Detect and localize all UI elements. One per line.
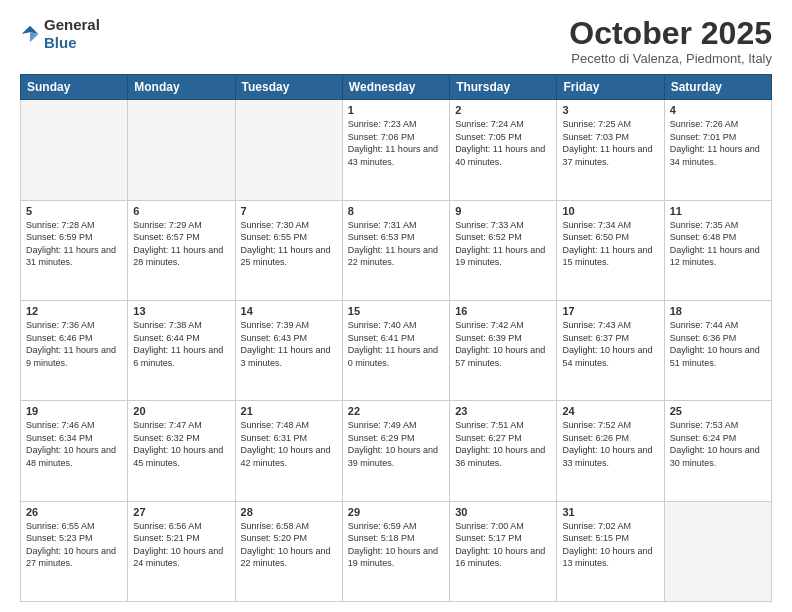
day-number: 2 [455, 104, 551, 116]
col-wednesday: Wednesday [342, 75, 449, 100]
day-info: Sunrise: 7:40 AMSunset: 6:41 PMDaylight:… [348, 319, 444, 369]
logo-general: General [44, 16, 100, 33]
day-number: 21 [241, 405, 337, 417]
table-row: 29Sunrise: 6:59 AMSunset: 5:18 PMDayligh… [342, 501, 449, 601]
day-info: Sunrise: 7:42 AMSunset: 6:39 PMDaylight:… [455, 319, 551, 369]
logo-blue: Blue [44, 34, 77, 51]
day-number: 10 [562, 205, 658, 217]
table-row: 6Sunrise: 7:29 AMSunset: 6:57 PMDaylight… [128, 200, 235, 300]
table-row: 26Sunrise: 6:55 AMSunset: 5:23 PMDayligh… [21, 501, 128, 601]
svg-marker-1 [30, 32, 38, 42]
col-saturday: Saturday [664, 75, 771, 100]
calendar-week-row: 12Sunrise: 7:36 AMSunset: 6:46 PMDayligh… [21, 300, 772, 400]
day-number: 14 [241, 305, 337, 317]
table-row: 8Sunrise: 7:31 AMSunset: 6:53 PMDaylight… [342, 200, 449, 300]
table-row: 31Sunrise: 7:02 AMSunset: 5:15 PMDayligh… [557, 501, 664, 601]
table-row: 22Sunrise: 7:49 AMSunset: 6:29 PMDayligh… [342, 401, 449, 501]
table-row: 15Sunrise: 7:40 AMSunset: 6:41 PMDayligh… [342, 300, 449, 400]
col-sunday: Sunday [21, 75, 128, 100]
col-thursday: Thursday [450, 75, 557, 100]
day-info: Sunrise: 7:23 AMSunset: 7:06 PMDaylight:… [348, 118, 444, 168]
logo: General Blue [20, 16, 100, 52]
day-info: Sunrise: 7:43 AMSunset: 6:37 PMDaylight:… [562, 319, 658, 369]
calendar-week-row: 1Sunrise: 7:23 AMSunset: 7:06 PMDaylight… [21, 100, 772, 200]
calendar-table: Sunday Monday Tuesday Wednesday Thursday… [20, 74, 772, 602]
day-number: 20 [133, 405, 229, 417]
day-number: 27 [133, 506, 229, 518]
day-info: Sunrise: 7:24 AMSunset: 7:05 PMDaylight:… [455, 118, 551, 168]
day-number: 29 [348, 506, 444, 518]
day-info: Sunrise: 7:47 AMSunset: 6:32 PMDaylight:… [133, 419, 229, 469]
table-row: 4Sunrise: 7:26 AMSunset: 7:01 PMDaylight… [664, 100, 771, 200]
day-info: Sunrise: 7:38 AMSunset: 6:44 PMDaylight:… [133, 319, 229, 369]
header: General Blue October 2025 Pecetto di Val… [20, 16, 772, 66]
day-info: Sunrise: 7:39 AMSunset: 6:43 PMDaylight:… [241, 319, 337, 369]
day-number: 13 [133, 305, 229, 317]
table-row: 28Sunrise: 6:58 AMSunset: 5:20 PMDayligh… [235, 501, 342, 601]
day-info: Sunrise: 6:56 AMSunset: 5:21 PMDaylight:… [133, 520, 229, 570]
day-info: Sunrise: 7:26 AMSunset: 7:01 PMDaylight:… [670, 118, 766, 168]
day-info: Sunrise: 6:55 AMSunset: 5:23 PMDaylight:… [26, 520, 122, 570]
day-number: 7 [241, 205, 337, 217]
day-info: Sunrise: 7:28 AMSunset: 6:59 PMDaylight:… [26, 219, 122, 269]
day-number: 31 [562, 506, 658, 518]
month-title: October 2025 [569, 16, 772, 51]
day-info: Sunrise: 7:00 AMSunset: 5:17 PMDaylight:… [455, 520, 551, 570]
day-number: 3 [562, 104, 658, 116]
title-block: October 2025 Pecetto di Valenza, Piedmon… [569, 16, 772, 66]
day-info: Sunrise: 7:46 AMSunset: 6:34 PMDaylight:… [26, 419, 122, 469]
day-info: Sunrise: 7:35 AMSunset: 6:48 PMDaylight:… [670, 219, 766, 269]
calendar-header-row: Sunday Monday Tuesday Wednesday Thursday… [21, 75, 772, 100]
day-number: 5 [26, 205, 122, 217]
day-number: 30 [455, 506, 551, 518]
day-info: Sunrise: 7:52 AMSunset: 6:26 PMDaylight:… [562, 419, 658, 469]
col-monday: Monday [128, 75, 235, 100]
day-info: Sunrise: 7:36 AMSunset: 6:46 PMDaylight:… [26, 319, 122, 369]
day-info: Sunrise: 7:49 AMSunset: 6:29 PMDaylight:… [348, 419, 444, 469]
col-tuesday: Tuesday [235, 75, 342, 100]
day-info: Sunrise: 6:59 AMSunset: 5:18 PMDaylight:… [348, 520, 444, 570]
day-number: 8 [348, 205, 444, 217]
day-info: Sunrise: 7:51 AMSunset: 6:27 PMDaylight:… [455, 419, 551, 469]
table-row [21, 100, 128, 200]
calendar-week-row: 26Sunrise: 6:55 AMSunset: 5:23 PMDayligh… [21, 501, 772, 601]
table-row: 18Sunrise: 7:44 AMSunset: 6:36 PMDayligh… [664, 300, 771, 400]
table-row: 20Sunrise: 7:47 AMSunset: 6:32 PMDayligh… [128, 401, 235, 501]
day-number: 28 [241, 506, 337, 518]
calendar-week-row: 5Sunrise: 7:28 AMSunset: 6:59 PMDaylight… [21, 200, 772, 300]
calendar-week-row: 19Sunrise: 7:46 AMSunset: 6:34 PMDayligh… [21, 401, 772, 501]
day-info: Sunrise: 7:53 AMSunset: 6:24 PMDaylight:… [670, 419, 766, 469]
day-number: 15 [348, 305, 444, 317]
table-row: 24Sunrise: 7:52 AMSunset: 6:26 PMDayligh… [557, 401, 664, 501]
day-number: 16 [455, 305, 551, 317]
day-number: 17 [562, 305, 658, 317]
table-row: 3Sunrise: 7:25 AMSunset: 7:03 PMDaylight… [557, 100, 664, 200]
table-row: 14Sunrise: 7:39 AMSunset: 6:43 PMDayligh… [235, 300, 342, 400]
table-row: 23Sunrise: 7:51 AMSunset: 6:27 PMDayligh… [450, 401, 557, 501]
table-row: 27Sunrise: 6:56 AMSunset: 5:21 PMDayligh… [128, 501, 235, 601]
table-row: 21Sunrise: 7:48 AMSunset: 6:31 PMDayligh… [235, 401, 342, 501]
day-info: Sunrise: 7:30 AMSunset: 6:55 PMDaylight:… [241, 219, 337, 269]
logo-icon [20, 24, 40, 44]
day-info: Sunrise: 7:48 AMSunset: 6:31 PMDaylight:… [241, 419, 337, 469]
table-row: 7Sunrise: 7:30 AMSunset: 6:55 PMDaylight… [235, 200, 342, 300]
table-row: 5Sunrise: 7:28 AMSunset: 6:59 PMDaylight… [21, 200, 128, 300]
table-row: 25Sunrise: 7:53 AMSunset: 6:24 PMDayligh… [664, 401, 771, 501]
day-number: 4 [670, 104, 766, 116]
table-row: 12Sunrise: 7:36 AMSunset: 6:46 PMDayligh… [21, 300, 128, 400]
table-row: 9Sunrise: 7:33 AMSunset: 6:52 PMDaylight… [450, 200, 557, 300]
table-row: 30Sunrise: 7:00 AMSunset: 5:17 PMDayligh… [450, 501, 557, 601]
location: Pecetto di Valenza, Piedmont, Italy [569, 51, 772, 66]
table-row [235, 100, 342, 200]
day-info: Sunrise: 7:34 AMSunset: 6:50 PMDaylight:… [562, 219, 658, 269]
day-info: Sunrise: 7:29 AMSunset: 6:57 PMDaylight:… [133, 219, 229, 269]
table-row: 1Sunrise: 7:23 AMSunset: 7:06 PMDaylight… [342, 100, 449, 200]
table-row [128, 100, 235, 200]
table-row: 10Sunrise: 7:34 AMSunset: 6:50 PMDayligh… [557, 200, 664, 300]
day-number: 9 [455, 205, 551, 217]
table-row: 13Sunrise: 7:38 AMSunset: 6:44 PMDayligh… [128, 300, 235, 400]
page: General Blue October 2025 Pecetto di Val… [0, 0, 792, 612]
day-number: 11 [670, 205, 766, 217]
day-number: 1 [348, 104, 444, 116]
day-info: Sunrise: 7:44 AMSunset: 6:36 PMDaylight:… [670, 319, 766, 369]
